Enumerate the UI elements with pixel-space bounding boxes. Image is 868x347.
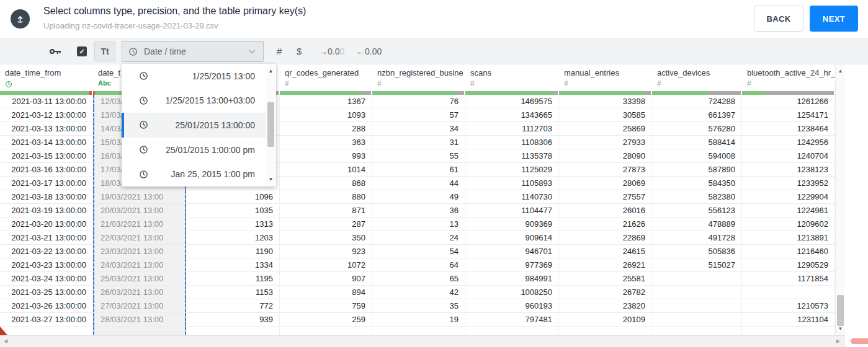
cell[interactable]: 2021-03-12 13:00:00	[0, 108, 93, 121]
scroll-right-icon[interactable]: ▶	[836, 336, 840, 347]
cell[interactable]: 27873	[559, 163, 652, 176]
format-option[interactable]: Jan 25, 2015 1:00 pm	[122, 162, 276, 187]
cell[interactable]: 584350	[652, 177, 742, 190]
cell[interactable]: 1233952	[742, 177, 835, 190]
cell[interactable]	[652, 327, 742, 335]
cell[interactable]: 20109	[559, 313, 652, 326]
cell[interactable]: 27557	[559, 190, 652, 203]
cell[interactable]: 1203	[186, 231, 280, 244]
cell[interactable]: 1104477	[465, 204, 559, 217]
cell[interactable]: 54	[372, 245, 465, 258]
cell[interactable]: 61	[372, 163, 465, 176]
cell[interactable]: 576280	[652, 122, 742, 135]
cell[interactable]: 582380	[652, 190, 742, 203]
column-header-bluetooth_active_24_hr_[interactable]: bluetooth_active_24_hr_#	[742, 64, 835, 91]
cell[interactable]: 977369	[465, 258, 559, 271]
include-column-checkbox[interactable]: ✓	[77, 46, 87, 56]
cell[interactable]: 33398	[559, 95, 652, 108]
cell[interactable]	[652, 313, 742, 326]
text-case-button[interactable]: Tt	[94, 42, 115, 61]
cell[interactable]: 27933	[559, 136, 652, 149]
cell[interactable]: 1072	[280, 258, 372, 271]
primary-key-icon[interactable]	[48, 45, 62, 58]
cell[interactable]: 2021-03-13 13:00:00	[0, 122, 93, 135]
cell[interactable]: 1238464	[742, 122, 835, 135]
cell[interactable]: 36	[372, 204, 465, 217]
increase-decimals-button[interactable]: ←0.00	[356, 38, 382, 64]
cell[interactable]: 31	[372, 136, 465, 149]
cell[interactable]: 2021-03-15 13:00:00	[0, 149, 93, 162]
cell[interactable]: 1261266	[742, 95, 835, 108]
column-header-scans[interactable]: scans#	[465, 64, 559, 91]
column-header-active_devices[interactable]: active_devices#	[652, 64, 742, 91]
scroll-left-icon[interactable]: ◀	[4, 336, 7, 347]
cell[interactable]: 21/03/2021 13:00	[93, 217, 186, 231]
cell[interactable]	[652, 299, 742, 312]
cell[interactable]: 1210573	[742, 299, 835, 312]
cell[interactable]: 594008	[652, 149, 742, 162]
cell[interactable]	[652, 286, 742, 299]
cell[interactable]: 2021-03-16 13:00:00	[0, 163, 93, 176]
cell[interactable]: 894	[280, 286, 372, 299]
cell[interactable]: 2021-03-11 13:00:00	[0, 95, 93, 108]
cell[interactable]: 588414	[652, 136, 742, 149]
cell[interactable]: 587890	[652, 163, 742, 176]
cell[interactable]: 868	[280, 177, 372, 190]
cell[interactable]: 2021-03-19 13:00:00	[0, 204, 93, 217]
cell[interactable]: 49	[372, 190, 465, 203]
cell[interactable]: 1238123	[742, 163, 835, 176]
cell[interactable]: 1135378	[465, 149, 559, 162]
cell[interactable]: 25/03/2021 13:00	[93, 272, 186, 285]
cell[interactable]: 24615	[559, 245, 652, 258]
cell[interactable]: 26/03/2021 13:00	[93, 286, 186, 299]
cell[interactable]: 960193	[465, 299, 559, 312]
cell[interactable]: 880	[280, 190, 372, 203]
cell[interactable]: 2021-03-27 13:00:00	[0, 313, 93, 326]
cell[interactable]: 1125029	[465, 163, 559, 176]
cell[interactable]: 1240704	[742, 149, 835, 162]
cell[interactable]: 76	[372, 95, 465, 108]
cell[interactable]	[465, 327, 559, 335]
column-type-select[interactable]: Date / time	[122, 41, 264, 62]
scroll-up-icon[interactable]: ▲	[836, 68, 845, 74]
cell[interactable]: 1108306	[465, 136, 559, 149]
cell[interactable]: 30585	[559, 108, 652, 121]
cell[interactable]: 993	[280, 149, 372, 162]
cell[interactable]: 1254171	[742, 108, 835, 121]
cell[interactable]: 1469575	[465, 95, 559, 108]
cell[interactable]: 44	[372, 177, 465, 190]
cell[interactable]: 28069	[559, 177, 652, 190]
cell[interactable]: 1171854	[742, 272, 835, 285]
cell[interactable]: 1229904	[742, 190, 835, 203]
cell[interactable]: 1014	[280, 163, 372, 176]
cell[interactable]: 1035	[186, 204, 280, 217]
cell[interactable]: 2021-03-26 13:00:00	[0, 299, 93, 312]
cell[interactable]: 759	[280, 299, 372, 312]
cell[interactable]: 2021-03-14 13:00:00	[0, 136, 93, 149]
cell[interactable]: 55	[372, 149, 465, 162]
cell[interactable]: 21626	[559, 217, 652, 231]
cell[interactable]: 26782	[559, 286, 652, 299]
cell[interactable]: 556123	[652, 204, 742, 217]
cell[interactable]: 287	[280, 217, 372, 231]
cell[interactable]	[372, 327, 465, 335]
cell[interactable]: 984991	[465, 272, 559, 285]
back-button[interactable]: BACK	[754, 6, 803, 32]
cell[interactable]: 42	[372, 286, 465, 299]
cell[interactable]: 22/03/2021 13:00	[93, 231, 186, 244]
cell[interactable]: 350	[280, 231, 372, 244]
column-header-nzbn_registered_busine[interactable]: nzbn_registered_busine#	[372, 64, 465, 91]
cell[interactable]: 20/03/2021 13:00	[93, 204, 186, 217]
cell[interactable]: 22869	[559, 231, 652, 244]
column-header-manual_entries[interactable]: manual_entries#	[559, 64, 652, 91]
cell[interactable]: 491728	[652, 231, 742, 244]
cell[interactable]: 1290529	[742, 258, 835, 271]
cell[interactable]: 1112703	[465, 122, 559, 135]
cell[interactable]	[0, 327, 93, 335]
cell[interactable]: 772	[186, 299, 280, 312]
cell[interactable]: 65	[372, 272, 465, 285]
column-header-date_time_from[interactable]: date_time_from	[0, 64, 93, 91]
cell[interactable]: 909369	[465, 217, 559, 231]
cell[interactable]: 19	[372, 313, 465, 326]
cell[interactable]: 2021-03-25 13:00:00	[0, 286, 93, 299]
